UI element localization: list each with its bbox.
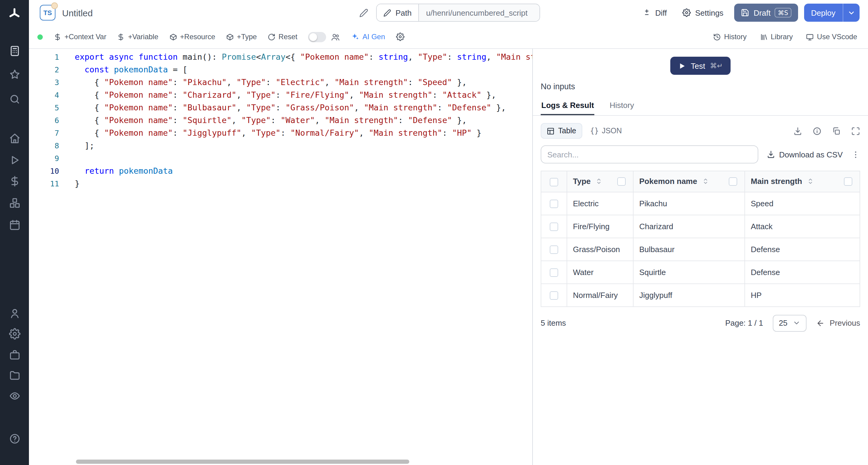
code-line[interactable]: 10 return pokemonData (29, 165, 532, 177)
script-title: Untitled (62, 7, 93, 18)
scrollbar-thumb[interactable] (76, 460, 409, 464)
table-icon (547, 127, 555, 135)
windmill-logo[interactable] (0, 6, 29, 22)
path-label: Path (396, 8, 412, 17)
runs-play-icon[interactable] (0, 152, 29, 168)
path-edit-button[interactable]: Path (377, 4, 419, 21)
favorites-star-icon[interactable] (0, 66, 29, 82)
code-line[interactable]: 6 { "Pokemon name": "Squirtle", "Type": … (29, 114, 532, 127)
history-button[interactable]: History (713, 33, 747, 41)
download-result-icon[interactable] (793, 126, 802, 136)
resources-boxes-icon[interactable] (0, 195, 29, 210)
line-content: { "Pokemon name": "Pikachu", "Type": "El… (59, 76, 467, 89)
column-checkbox[interactable] (728, 177, 737, 186)
code-line[interactable]: 11} (29, 177, 532, 190)
line-content: export async function main(): Promise<Ar… (59, 51, 532, 63)
chevron-down-icon (847, 9, 855, 17)
table-cell: Pikachu (633, 192, 744, 215)
library-button[interactable]: Library (760, 33, 793, 41)
row-checkbox[interactable] (550, 245, 558, 254)
apps-icon[interactable] (0, 43, 29, 58)
workers-briefcase-icon[interactable] (0, 347, 29, 362)
folders-icon[interactable] (0, 367, 29, 383)
line-number: 2 (29, 63, 59, 76)
variables-dollar-icon[interactable] (0, 173, 29, 189)
ai-gen-button[interactable]: AI Gen (351, 33, 385, 41)
add-type-button[interactable]: +Type (226, 33, 257, 41)
search-input[interactable] (541, 145, 758, 164)
add-variable-button[interactable]: +Variable (117, 33, 158, 41)
help-icon[interactable] (0, 431, 29, 446)
test-button[interactable]: Test ⌘↵ (670, 57, 731, 75)
sort-icon[interactable] (806, 178, 814, 185)
info-icon[interactable] (812, 126, 822, 136)
page-size-select[interactable]: 25 (773, 315, 807, 331)
code-line[interactable]: 1export async function main(): Promise<A… (29, 51, 532, 63)
row-checkbox[interactable] (550, 200, 558, 208)
tab-logs-result[interactable]: Logs & Result (541, 96, 595, 115)
table-cell: Bulbasaur (633, 238, 744, 261)
table-cell: Squirtle (633, 261, 744, 284)
row-checkbox[interactable] (550, 223, 558, 231)
draft-button[interactable]: Draft ⌘S (734, 4, 798, 22)
json-view-button[interactable]: {} JSON (590, 127, 622, 135)
workspace: 1export async function main(): Promise<A… (29, 49, 868, 465)
code-line[interactable]: 7 { "Pokemon name": "Jigglypuff", "Type"… (29, 127, 532, 139)
line-content: { "Pokemon name": "Jigglypuff", "Type": … (59, 127, 481, 139)
code-line[interactable]: 9 (29, 152, 532, 165)
table-view-button[interactable]: Table (541, 123, 582, 139)
audit-logs-eye-icon[interactable] (0, 388, 29, 404)
add-context-var-button[interactable]: +Context Var (54, 33, 106, 41)
gear-icon (396, 33, 404, 41)
line-number: 8 (29, 139, 59, 152)
deploy-dropdown-button[interactable] (843, 4, 860, 22)
sort-icon[interactable] (701, 178, 709, 185)
reset-icon (268, 33, 276, 41)
horizontal-scrollbar[interactable] (29, 459, 532, 465)
package-icon (169, 33, 177, 41)
edit-summary-pencil-icon[interactable] (359, 8, 368, 17)
sort-icon[interactable] (595, 178, 603, 185)
table-cell: HP (744, 284, 860, 306)
table-cell: Charizard (633, 215, 744, 238)
add-resource-button[interactable]: +Resource (169, 33, 215, 41)
users-icon[interactable] (0, 305, 29, 321)
code-line[interactable]: 4 { "Pokemon name": "Charizard", "Type":… (29, 89, 532, 101)
copy-icon[interactable] (832, 126, 841, 136)
row-checkbox[interactable] (550, 291, 558, 300)
editor-settings-button[interactable] (396, 33, 404, 41)
table-row: WaterSquirtleDefense (541, 261, 860, 284)
line-content: } (59, 177, 80, 190)
previous-page-button[interactable]: Previous (816, 318, 860, 327)
use-vscode-button[interactable]: Use VScode (806, 33, 857, 41)
code-editor[interactable]: 1export async function main(): Promise<A… (29, 49, 532, 465)
more-options-icon[interactable] (851, 150, 860, 159)
home-icon[interactable] (0, 130, 29, 146)
deploy-button[interactable]: Deploy (804, 4, 860, 22)
code-line[interactable]: 5 { "Pokemon name": "Bulbasaur", "Type":… (29, 101, 532, 114)
diff-icon (643, 8, 651, 17)
arrow-left-icon (816, 319, 825, 327)
code-line[interactable]: 2 const pokemonData = [ (29, 63, 532, 76)
column-checkbox[interactable] (617, 177, 625, 186)
settings-gear-icon[interactable] (0, 326, 29, 341)
code-line[interactable]: 8 ]; (29, 139, 532, 152)
schedules-calendar-icon[interactable] (0, 216, 29, 232)
multiplayer-toggle[interactable] (308, 32, 327, 42)
download-csv-button[interactable]: Download as CSV (767, 150, 843, 159)
path-control[interactable]: Path u/henri/unencumbered_script (376, 4, 540, 22)
settings-button[interactable]: Settings (678, 4, 728, 21)
diff-button[interactable]: Diff (638, 4, 672, 21)
column-checkbox[interactable] (844, 177, 852, 186)
table-cell: Defense (744, 261, 860, 284)
tab-history[interactable]: History (609, 96, 635, 115)
braces-icon: {} (590, 127, 599, 135)
pencil-icon (383, 9, 391, 17)
table-row: Fire/FlyingCharizardAttack (541, 215, 860, 238)
row-checkbox[interactable] (550, 268, 558, 277)
select-all-checkbox[interactable] (550, 178, 558, 186)
reset-button[interactable]: Reset (268, 33, 298, 41)
search-icon[interactable] (0, 91, 29, 107)
expand-icon[interactable] (851, 126, 860, 136)
code-line[interactable]: 3 { "Pokemon name": "Pikachu", "Type": "… (29, 76, 532, 89)
